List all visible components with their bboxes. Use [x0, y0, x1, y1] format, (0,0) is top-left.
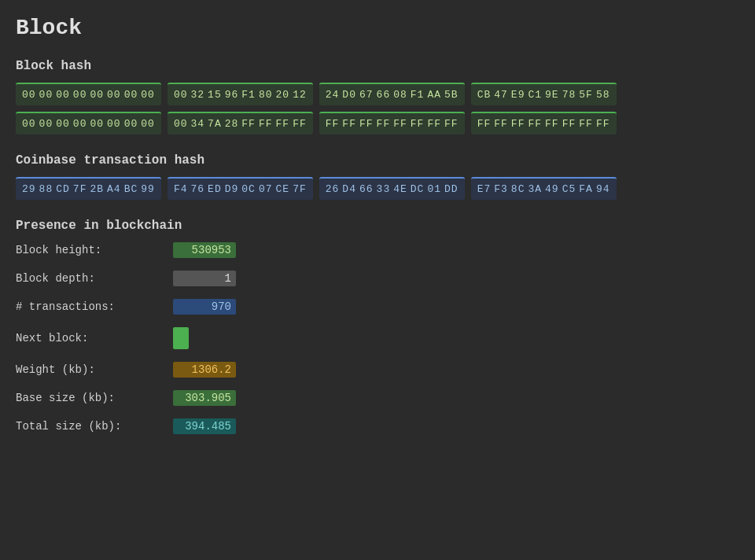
hash-row: 000000000000000000347A28FFFFFFFFFFFFFFFF…: [16, 112, 739, 134]
hash-byte: 76: [190, 183, 204, 195]
info-label-block_height: Block height:: [16, 244, 173, 256]
hash-group: CB47E9C19E785F58: [471, 83, 617, 105]
hash-byte: F4: [174, 183, 188, 195]
hash-byte: 7F: [293, 183, 307, 195]
hash-byte: FA: [579, 183, 593, 195]
hash-byte: 00: [39, 89, 53, 101]
hash-byte: 00: [73, 89, 87, 101]
hash-byte: D0: [342, 89, 356, 101]
info-value-wrapper-total_size: 394.485: [173, 418, 236, 434]
hash-group: E7F38C3A49C5FA94: [471, 177, 617, 200]
hash-byte: FF: [241, 118, 256, 130]
hash-byte: 01: [427, 183, 441, 195]
hash-byte: 00: [141, 89, 155, 101]
next-block-indicator: [173, 327, 189, 349]
hash-byte: 8C: [511, 183, 525, 195]
info-row-next_block: Next block:: [16, 327, 739, 349]
hash-byte: FF: [411, 118, 425, 130]
hash-byte: 00: [124, 89, 138, 101]
hash-byte: 28: [225, 118, 239, 130]
page-title: Block: [16, 16, 739, 40]
hash-byte: FF: [494, 118, 508, 130]
info-row-block_height: Block height:530953: [16, 242, 739, 258]
hash-byte: 00: [56, 118, 70, 130]
hash-byte: 29: [22, 183, 36, 195]
hash-byte: C5: [562, 183, 576, 195]
hash-byte: 00: [39, 118, 53, 130]
hash-row: 2988CD7F2BA4BC99F476EDD90C07CE7F26D46633…: [16, 177, 739, 200]
hash-byte: A4: [107, 183, 121, 195]
presence-section: Presence in blockchain Block height:5309…: [16, 219, 739, 434]
hash-group: F476EDD90C07CE7F: [168, 177, 313, 200]
hash-byte: 08: [393, 89, 407, 101]
hash-byte: 00: [22, 89, 36, 101]
info-value-base_size: 303.905: [173, 390, 236, 406]
hash-group: FFFFFFFFFFFFFFFF: [471, 112, 617, 134]
hash-byte: 49: [545, 183, 559, 195]
hash-byte: 00: [90, 118, 104, 130]
hash-byte: FF: [259, 118, 273, 130]
hash-group: 00321596F1802012: [168, 83, 313, 105]
info-value-wrapper-block_depth: 1: [173, 271, 236, 286]
hash-byte: F1: [411, 89, 425, 101]
coinbase-hash-section: Coinbase transaction hash 2988CD7F2BA4BC…: [16, 153, 739, 200]
hash-byte: D4: [342, 183, 356, 195]
hash-group: 24D0676608F1AA5B: [319, 83, 465, 105]
hash-byte: FF: [579, 118, 593, 130]
info-value-total_size: 394.485: [173, 418, 236, 434]
hash-byte: 34: [190, 118, 204, 130]
info-value-wrapper-weight: 1306.2: [173, 362, 236, 378]
hash-byte: 00: [22, 118, 36, 130]
hash-byte: FF: [444, 118, 459, 130]
info-value-wrapper-base_size: 303.905: [173, 390, 236, 406]
hash-byte: FF: [545, 118, 559, 130]
hash-byte: FF: [596, 118, 610, 130]
hash-byte: FF: [293, 118, 307, 130]
hash-byte: 07: [259, 183, 273, 195]
hash-group: 0000000000000000: [16, 83, 161, 105]
hash-byte: 00: [73, 118, 87, 130]
hash-byte: 99: [141, 183, 155, 195]
hash-byte: 4E: [393, 183, 407, 195]
hash-byte: 67: [359, 89, 374, 101]
hash-byte: FF: [326, 118, 340, 130]
hash-byte: FF: [377, 118, 391, 130]
info-label-transactions: # transactions:: [16, 300, 173, 313]
hash-byte: AA: [427, 89, 441, 101]
hash-byte: 0C: [241, 183, 256, 195]
hash-byte: 78: [562, 89, 576, 101]
block-hash-label: Block hash: [16, 59, 739, 73]
hash-byte: 58: [596, 89, 610, 101]
info-value-transactions: 970: [173, 299, 236, 315]
hash-byte: 94: [596, 183, 610, 195]
hash-byte: 15: [208, 89, 222, 101]
hash-group: 26D466334EDC01DD: [319, 177, 465, 200]
hash-byte: FF: [562, 118, 576, 130]
hash-byte: FF: [276, 118, 290, 130]
hash-byte: F1: [241, 89, 256, 101]
hash-byte: 96: [225, 89, 239, 101]
coinbase-hash-label: Coinbase transaction hash: [16, 153, 739, 168]
info-row-base_size: Base size (kb):303.905: [16, 390, 739, 406]
hash-byte: 20: [276, 89, 290, 101]
hash-byte: C1: [528, 89, 542, 101]
hash-byte: FF: [528, 118, 542, 130]
hash-group: 0000000000000000: [16, 112, 161, 134]
info-row-transactions: # transactions:970: [16, 299, 739, 315]
hash-byte: E9: [511, 89, 525, 101]
hash-byte: FF: [359, 118, 374, 130]
hash-byte: 00: [174, 118, 188, 130]
hash-byte: 00: [107, 118, 121, 130]
hash-byte: CD: [56, 183, 70, 195]
hash-byte: 00: [124, 118, 138, 130]
info-label-weight: Weight (kb):: [16, 363, 173, 376]
hash-byte: DD: [444, 183, 459, 195]
hash-byte: E7: [477, 183, 492, 195]
hash-byte: 66: [359, 183, 374, 195]
hash-byte: 33: [377, 183, 391, 195]
info-label-total_size: Total size (kb):: [16, 420, 173, 433]
hash-byte: 00: [174, 89, 188, 101]
hash-byte: 00: [141, 118, 155, 130]
hash-byte: 26: [326, 183, 340, 195]
hash-byte: CE: [276, 183, 290, 195]
